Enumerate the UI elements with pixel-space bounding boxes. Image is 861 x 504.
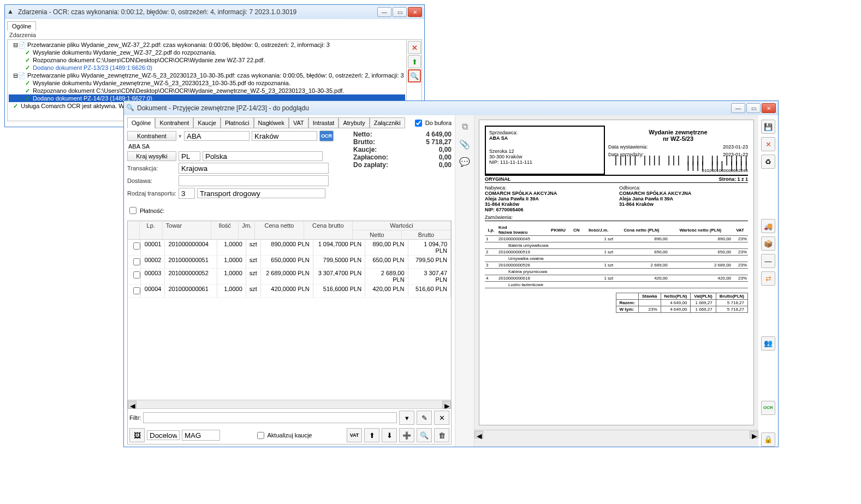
titlebar[interactable]: 🔍 Dokument - Przyjęcie zewnętrzne [PZ-14… <box>124 101 778 115</box>
table-row[interactable]: 000032010000000521,0000szt2 689,0000 PLN… <box>128 269 451 284</box>
mid-toolbar: ⧉ 📎 💬 <box>455 115 474 447</box>
minus-button[interactable]: — <box>761 254 775 268</box>
tab-nagłówek[interactable]: Nagłówek <box>254 117 289 128</box>
tab-atrybuty[interactable]: Atrybuty <box>339 117 369 128</box>
titlebar[interactable]: ▲ Zdarzenia - OCR: czas wykonania: 0:00:… <box>5 5 424 19</box>
tab-kontrahent[interactable]: Kontrahent <box>155 117 193 128</box>
tree-line[interactable]: ⊟📄 Przetwarzanie pliku Wydanie_zewnętrzn… <box>9 72 405 79</box>
tree-line[interactable]: ✓ Rozpoznano dokument C:\Users\CDN\Deskt… <box>9 56 405 64</box>
platnosc-checkbox[interactable]: Płatność: <box>127 205 164 216</box>
cancel-button[interactable]: ✕ <box>761 137 775 151</box>
totals-panel: Netto:4 649,00 Brutto:5 718,27 Kaucje:0,… <box>353 131 452 217</box>
right-toolbar: 💾 ✕ ♻ 🚚 📦 — ⇄ 👥 OCR 🔒 <box>758 115 778 447</box>
tab-ogolne[interactable]: Ogólne <box>7 21 36 31</box>
table-row[interactable]: 000042010000000611,0000szt420,0000 PLN51… <box>128 284 451 298</box>
search-icon: 🔍 <box>126 104 135 112</box>
kontrahent-name: ABA SA <box>127 143 150 150</box>
vat-button[interactable]: VAT <box>347 428 362 442</box>
lock-button[interactable]: 🔒 <box>761 432 775 447</box>
barcode: ||||| |||| ||| |||| || ||||| |||| ||| ||… <box>608 157 748 168</box>
copy-icon[interactable]: ⧉ <box>458 120 472 134</box>
rodzaj-name-input[interactable] <box>197 188 325 198</box>
dostawa-select[interactable] <box>179 175 329 186</box>
ocr-button[interactable]: OCR <box>761 401 775 415</box>
document-tabs: OgólneKontrahentKaucjePłatnościNagłówekV… <box>127 117 452 128</box>
window-title: Zdarzenia - OCR: czas wykonania: 0:00:12… <box>18 8 377 16</box>
kontrahent-city-input[interactable] <box>252 131 317 141</box>
rodzaj-code-select[interactable] <box>179 188 195 199</box>
grid-scrollbar[interactable]: ◄► <box>128 400 451 408</box>
swap-button[interactable]: ⇄ <box>761 271 775 286</box>
window-title: Dokument - Przyjęcie zewnętrzne [PZ-14/2… <box>137 104 731 112</box>
minimize-button[interactable]: — <box>731 103 745 113</box>
delete-button[interactable]: 🗑 <box>434 428 449 442</box>
export-button[interactable]: ⬆ <box>408 55 421 68</box>
kontrahent-code-input[interactable] <box>184 131 250 141</box>
comment-icon[interactable]: 💬 <box>458 155 472 169</box>
document-preview[interactable]: Sprzedawca: ABA SA Szeroka 12 30-300 Kra… <box>474 115 758 447</box>
transakcja-label: Transakcja: <box>127 165 176 171</box>
filter-label: Filtr: <box>129 414 141 421</box>
add-button[interactable]: ➕ <box>399 428 414 442</box>
table-row[interactable]: 000012010000000041,0000szt890,0000 PLN1 … <box>128 240 451 256</box>
kontrahent-button[interactable]: Kontrahent <box>127 131 176 141</box>
seller-label: Sprzedawca: <box>489 130 601 135</box>
box-button[interactable]: 📦 <box>761 236 775 251</box>
maximize-button[interactable]: ▭ <box>746 103 761 113</box>
maximize-button[interactable]: ▭ <box>393 7 407 17</box>
zoom-button[interactable]: 🔍 <box>417 428 432 442</box>
import-button[interactable]: ⬆ <box>364 428 379 442</box>
document-window: 🔍 Dokument - Przyjęcie zewnętrzne [PZ-14… <box>123 100 779 447</box>
ocr-badge-button[interactable]: OCR <box>319 131 334 141</box>
rodzaj-transportu-label: Rodzaj transportu: <box>127 190 176 197</box>
truck-button[interactable]: 🚚 <box>761 219 775 233</box>
do-bufora-checkbox[interactable]: Do bufora <box>413 117 452 128</box>
tab-intrastat[interactable]: Intrastat <box>308 117 339 128</box>
filter-clear-button[interactable]: ✕ <box>434 411 449 425</box>
preview-scrollbar[interactable]: ◄► <box>474 430 758 438</box>
filter-input[interactable] <box>143 412 397 423</box>
filter-dropdown-button[interactable]: ▾ <box>399 411 414 425</box>
preview-items-table: Lp. KodNazwa towaru PKWiU CN Ilość/J.m. … <box>485 224 748 288</box>
tree-line[interactable]: ✓ Dodano dokument PZ-13/23 (1489:1:6626:… <box>9 64 405 72</box>
dostawa-label: Dostawa: <box>127 177 176 184</box>
filter-edit-button[interactable]: ✎ <box>417 411 432 425</box>
image-button[interactable]: 🖼 <box>129 428 145 442</box>
tree-line[interactable]: ⊟📄 Przetwarzanie pliku Wydanie_zew_WZ-37… <box>9 41 405 49</box>
attach-icon[interactable]: 📎 <box>458 137 472 151</box>
tab-vat[interactable]: VAT <box>289 117 308 128</box>
tab-płatności[interactable]: Płatności <box>221 117 254 128</box>
items-grid[interactable]: Lp. Towar Ilość Jm. Cena netto Cena brut… <box>128 221 451 400</box>
preview-doc-number: nr WZ-5/23 <box>608 135 748 142</box>
tab-ogólne[interactable]: Ogólne <box>127 117 155 128</box>
section-label: Zdarzenia <box>7 31 422 39</box>
app-icon: ▲ <box>7 8 16 16</box>
tree-line[interactable]: ✓ Rozpoznano dokument C:\Users\CDN\Deskt… <box>9 87 405 94</box>
kraj-wysylki-button[interactable]: Kraj wysyłki <box>127 151 176 161</box>
export-button[interactable]: ⬇ <box>382 428 397 442</box>
kraj-code-input[interactable] <box>179 151 200 161</box>
docelowy-input[interactable] <box>147 430 180 440</box>
save-button[interactable]: 💾 <box>761 120 775 134</box>
tab-kaucje[interactable]: Kaucje <box>193 117 221 128</box>
tab-załączniki[interactable]: Załączniki <box>370 117 405 128</box>
clear-button[interactable]: ✕ <box>408 41 421 54</box>
people-button[interactable]: 👥 <box>761 336 775 351</box>
tree-line[interactable]: ✓ Wysyłanie dokumentu Wydanie_zew_WZ-37_… <box>9 49 405 56</box>
minimize-button[interactable]: — <box>377 7 391 17</box>
mag-select[interactable] <box>182 430 220 441</box>
close-button[interactable]: ✕ <box>408 7 422 17</box>
tree-line[interactable]: ✓ Wysyłanie dokumentu Wydanie_zewnętrzne… <box>9 79 405 87</box>
close-button[interactable]: ✕ <box>762 103 776 113</box>
preview-doc-type: Wydanie zewnętrzne <box>608 129 748 135</box>
search-button[interactable]: 🔍 <box>408 69 421 82</box>
seller-name: ABA SA <box>489 135 601 141</box>
transakcja-select[interactable] <box>179 163 329 174</box>
table-row[interactable]: 000022010000000511,0000szt650,0000 PLN79… <box>128 256 451 269</box>
aktualizuj-kaucje-checkbox[interactable]: Aktualizuj kaucje <box>255 430 312 441</box>
kraj-name-input[interactable] <box>203 151 323 161</box>
recycle-button[interactable]: ♻ <box>761 155 775 169</box>
